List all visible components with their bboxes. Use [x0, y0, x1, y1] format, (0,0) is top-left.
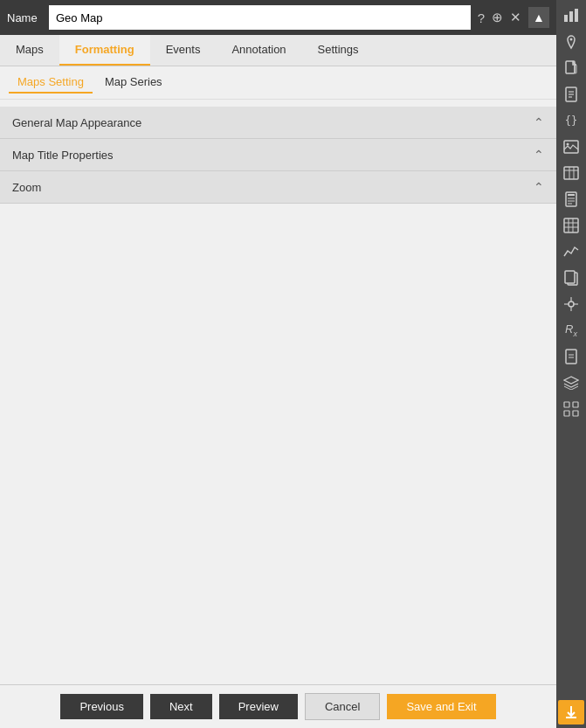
name-label: Name [7, 11, 42, 24]
svg-rect-37 [573, 402, 578, 407]
svg-rect-12 [564, 167, 578, 179]
accordion-zoom: Zoom ⌃ [0, 171, 556, 204]
text-doc-icon[interactable] [558, 82, 584, 107]
svg-point-3 [570, 38, 573, 41]
header-bar: Name ? ⊕ ✕ ▲ [0, 0, 556, 35]
sub-tab-maps-setting[interactable]: Maps Setting [9, 72, 93, 94]
accordion-general-map-chevron: ⌃ [534, 115, 544, 129]
close-icon[interactable]: ✕ [510, 10, 521, 25]
grid-icon[interactable] [558, 397, 584, 421]
sub-tab-map-series[interactable]: Map Series [96, 72, 171, 94]
move-icon[interactable]: ⊕ [492, 10, 503, 25]
svg-rect-21 [564, 218, 578, 232]
svg-rect-2 [575, 9, 578, 22]
tab-events[interactable]: Events [150, 35, 217, 66]
map-pin-icon[interactable] [558, 30, 584, 54]
tab-maps[interactable]: Maps [0, 35, 59, 66]
rx-icon[interactable]: Rx [558, 318, 584, 343]
accordion-zoom-header[interactable]: Zoom ⌃ [0, 171, 556, 203]
next-button[interactable]: Next [150, 694, 212, 719]
header-icons: ? ⊕ ✕ ▲ [478, 7, 549, 28]
svg-point-11 [567, 143, 569, 146]
svg-rect-33 [566, 350, 576, 364]
accordion-zoom-chevron: ⌃ [534, 180, 544, 194]
tab-annotation[interactable]: Annotation [216, 35, 301, 66]
svg-rect-39 [573, 411, 578, 416]
document-icon[interactable] [558, 56, 584, 80]
code-icon[interactable]: {} [558, 108, 584, 133]
tabs-bar: Maps Formatting Events Annotation Settin… [0, 35, 556, 66]
sub-tabs-bar: Maps Setting Map Series [0, 66, 556, 100]
layers-icon[interactable] [558, 371, 584, 395]
help-icon[interactable]: ? [478, 10, 485, 25]
tab-formatting[interactable]: Formatting [59, 35, 150, 66]
accordion-general-map: General Map Appearance ⌃ [0, 107, 556, 139]
image-icon[interactable] [558, 135, 584, 159]
svg-rect-0 [564, 15, 568, 22]
accordion-general-map-title: General Map Appearance [12, 116, 141, 129]
footer-bar: Previous Next Preview Cancel Save and Ex… [0, 684, 556, 728]
svg-rect-1 [569, 11, 573, 22]
report-icon[interactable] [558, 187, 584, 211]
up-icon[interactable]: ▲ [528, 7, 549, 28]
crosstab-icon[interactable] [558, 213, 584, 238]
svg-rect-27 [565, 271, 575, 283]
accordion-map-title-chevron: ⌃ [534, 148, 544, 162]
previous-button[interactable]: Previous [60, 694, 143, 719]
save-exit-button[interactable]: Save and Exit [387, 694, 495, 719]
right-sidebar: {} [556, 0, 586, 728]
line-chart-icon[interactable] [558, 239, 584, 264]
svg-rect-17 [568, 194, 575, 196]
svg-rect-5 [575, 65, 576, 73]
svg-rect-38 [564, 411, 569, 416]
bar-chart-icon[interactable] [558, 3, 584, 28]
hub-icon[interactable] [558, 292, 584, 316]
svg-rect-36 [564, 402, 569, 407]
name-input[interactable] [49, 5, 471, 30]
cancel-button[interactable]: Cancel [305, 693, 380, 720]
doc3-icon[interactable] [558, 344, 584, 369]
accordion-map-title: Map Title Properties ⌃ [0, 139, 556, 171]
accordion-map-title-title: Map Title Properties [12, 149, 114, 162]
tab-settings[interactable]: Settings [302, 35, 375, 66]
main-area: Name ? ⊕ ✕ ▲ Maps Formatting Events Anno… [0, 0, 556, 728]
copy-doc-icon[interactable] [558, 266, 584, 290]
accordion-general-map-header[interactable]: General Map Appearance ⌃ [0, 107, 556, 138]
preview-button[interactable]: Preview [219, 694, 298, 719]
table-icon[interactable] [558, 161, 584, 185]
accordion-zoom-title: Zoom [12, 181, 41, 194]
accordion-map-title-header[interactable]: Map Title Properties ⌃ [0, 139, 556, 170]
download-icon[interactable] [558, 700, 584, 725]
svg-point-28 [569, 302, 574, 307]
content-area: General Map Appearance ⌃ Map Title Prope… [0, 100, 556, 684]
